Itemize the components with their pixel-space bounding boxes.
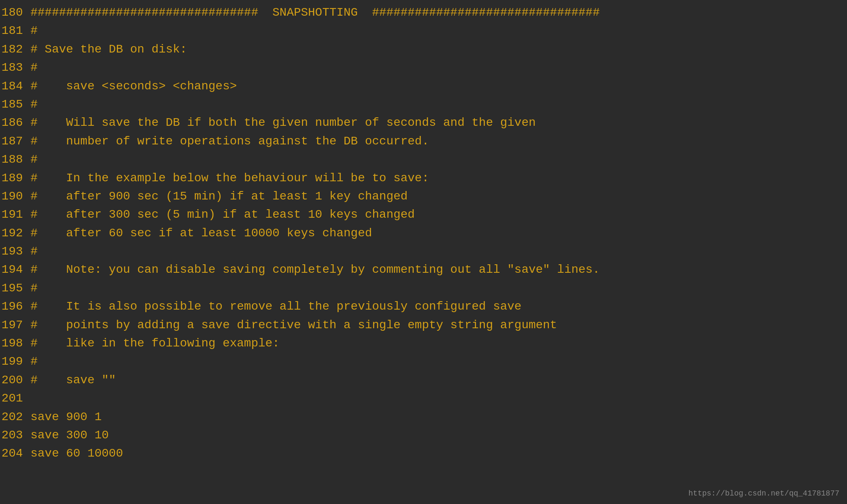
code-line: 193# <box>0 242 847 260</box>
line-content: # In the example below the behaviour wil… <box>30 169 847 187</box>
line-number: 185 <box>0 95 30 114</box>
line-content: ################################ SNAPSHO… <box>30 3 847 22</box>
line-content: # save "" <box>30 371 847 389</box>
line-number: 180 <box>0 3 30 22</box>
line-content: # <box>30 150 847 169</box>
watermark: https://blog.csdn.net/qq_41781877 <box>689 488 839 500</box>
line-content: # It is also possible to remove all the … <box>30 297 847 316</box>
line-number: 186 <box>0 114 30 132</box>
line-number: 187 <box>0 132 30 150</box>
line-number: 199 <box>0 352 30 371</box>
line-content: # Note: you can disable saving completel… <box>30 260 847 279</box>
code-line: 181# <box>0 22 847 40</box>
code-line: 187# number of write operations against … <box>0 132 847 150</box>
line-number: 182 <box>0 40 30 58</box>
code-line: 197# points by adding a save directive w… <box>0 316 847 334</box>
code-line: 196# It is also possible to remove all t… <box>0 297 847 316</box>
line-content: # <box>30 352 847 371</box>
line-number: 198 <box>0 334 30 352</box>
line-number: 195 <box>0 279 30 297</box>
code-line: 180################################ SNAP… <box>0 3 847 22</box>
line-content: # number of write operations against the… <box>30 132 847 150</box>
line-content: # <box>30 242 847 260</box>
line-number: 194 <box>0 260 30 279</box>
code-line: 188# <box>0 150 847 169</box>
line-number: 190 <box>0 187 30 205</box>
line-number: 188 <box>0 150 30 169</box>
line-number: 189 <box>0 169 30 187</box>
line-number: 203 <box>0 426 30 444</box>
code-line: 184# save <seconds> <changes> <box>0 77 847 95</box>
code-line: 202save 900 1 <box>0 408 847 426</box>
line-content: # after 900 sec (15 min) if at least 1 k… <box>30 187 847 205</box>
code-line: 199# <box>0 352 847 371</box>
code-line: 200# save "" <box>0 371 847 389</box>
code-line: 194# Note: you can disable saving comple… <box>0 260 847 279</box>
code-line: 204save 60 10000 <box>0 444 847 462</box>
code-container: 180################################ SNAP… <box>0 0 847 504</box>
line-content: # <box>30 95 847 114</box>
line-content: # points by adding a save directive with… <box>30 316 847 334</box>
code-line: 201 <box>0 389 847 407</box>
line-number: 183 <box>0 58 30 77</box>
line-number: 196 <box>0 297 30 316</box>
line-content: # <box>30 279 847 297</box>
code-line: 190# after 900 sec (15 min) if at least … <box>0 187 847 205</box>
line-number: 181 <box>0 22 30 40</box>
code-line: 186# Will save the DB if both the given … <box>0 114 847 132</box>
code-line: 189# In the example below the behaviour … <box>0 169 847 187</box>
code-line: 185# <box>0 95 847 114</box>
line-content: # <box>30 58 847 77</box>
code-line: 192# after 60 sec if at least 10000 keys… <box>0 224 847 242</box>
line-number: 204 <box>0 444 30 462</box>
line-number: 197 <box>0 316 30 334</box>
line-content: save 900 1 <box>30 408 847 426</box>
code-line: 198# like in the following example: <box>0 334 847 352</box>
code-line: 183# <box>0 58 847 77</box>
code-line: 203save 300 10 <box>0 426 847 444</box>
code-line: 195# <box>0 279 847 297</box>
line-content: # <box>30 22 847 40</box>
line-content: # Will save the DB if both the given num… <box>30 114 847 132</box>
code-line: 191# after 300 sec (5 min) if at least 1… <box>0 205 847 224</box>
line-number: 193 <box>0 242 30 260</box>
code-line: 182# Save the DB on disk: <box>0 40 847 58</box>
line-content: # after 60 sec if at least 10000 keys ch… <box>30 224 847 242</box>
line-number: 184 <box>0 77 30 95</box>
line-number: 201 <box>0 389 30 407</box>
line-number: 202 <box>0 408 30 426</box>
line-content: # save <seconds> <changes> <box>30 77 847 95</box>
line-number: 192 <box>0 224 30 242</box>
line-content: save 60 10000 <box>30 444 847 462</box>
line-content: # after 300 sec (5 min) if at least 10 k… <box>30 205 847 224</box>
line-content: # like in the following example: <box>30 334 847 352</box>
line-number: 200 <box>0 371 30 389</box>
line-number: 191 <box>0 205 30 224</box>
line-content: # Save the DB on disk: <box>30 40 847 58</box>
line-content: save 300 10 <box>30 426 847 444</box>
